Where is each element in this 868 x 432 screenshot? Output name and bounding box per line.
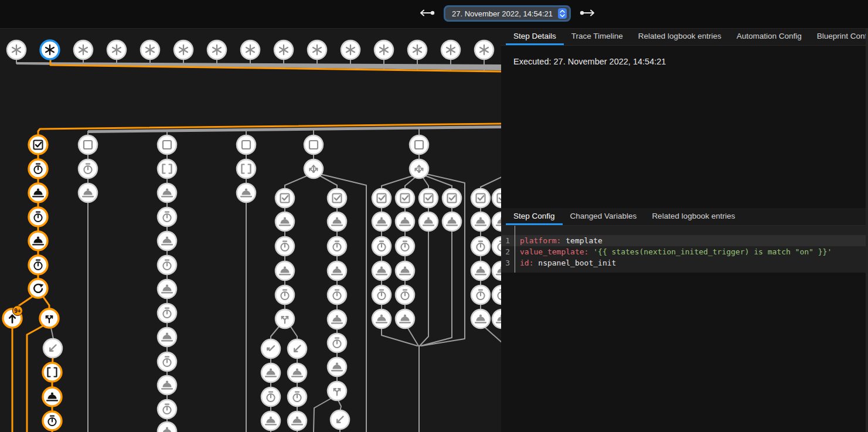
trigger-node[interactable] — [74, 40, 93, 59]
service-node[interactable] — [328, 212, 346, 231]
service-node[interactable] — [275, 212, 294, 231]
trigger-node[interactable] — [441, 40, 460, 59]
service-node[interactable] — [79, 183, 97, 202]
trigger-node[interactable] — [308, 40, 326, 59]
scrollbar-track[interactable] — [866, 28, 868, 432]
service-node[interactable] — [492, 261, 501, 280]
service-node[interactable] — [492, 212, 501, 231]
service-node[interactable] — [492, 309, 501, 328]
brackets-node[interactable] — [237, 159, 256, 178]
square-node[interactable] — [410, 135, 428, 154]
next-trace-button[interactable] — [578, 8, 597, 19]
timer-node[interactable] — [471, 285, 490, 304]
trigger-node[interactable] — [40, 40, 59, 59]
timer-node[interactable] — [29, 159, 47, 178]
trigger-node[interactable] — [408, 40, 427, 59]
tab-automation-config[interactable]: Automation Config — [729, 28, 809, 45]
previous-trace-button[interactable] — [417, 8, 436, 19]
trigger-node[interactable] — [241, 40, 260, 59]
split-node[interactable] — [328, 382, 346, 400]
service-node[interactable] — [419, 212, 438, 231]
arrow-down-left-node[interactable] — [43, 339, 62, 358]
timer-node[interactable] — [492, 237, 501, 256]
timer-node[interactable] — [43, 411, 62, 430]
trigger-node[interactable] — [141, 40, 159, 59]
service-node[interactable] — [396, 261, 414, 280]
service-node[interactable] — [158, 232, 176, 250]
check-arrow-node[interactable] — [261, 339, 280, 358]
timer-node[interactable] — [396, 237, 414, 256]
service-node[interactable] — [275, 261, 294, 280]
condition-node[interactable] — [328, 189, 346, 208]
timer-node[interactable] — [29, 256, 47, 274]
tab-step-config[interactable]: Step Config — [506, 208, 563, 225]
service-node[interactable] — [158, 422, 176, 432]
condition-node[interactable] — [275, 189, 294, 208]
service-node[interactable] — [372, 261, 391, 280]
service-node[interactable] — [328, 261, 346, 280]
timer-node[interactable] — [158, 352, 176, 371]
timer-node[interactable] — [328, 237, 346, 256]
timer-node[interactable] — [396, 285, 414, 304]
trigger-node[interactable] — [207, 40, 226, 59]
service-node[interactable] — [158, 280, 176, 298]
trigger-node[interactable] — [107, 40, 126, 59]
tab-blueprint-config[interactable]: Blueprint Config — [809, 28, 868, 45]
split-node[interactable] — [40, 309, 59, 328]
parallel-node[interactable] — [410, 159, 428, 178]
service-node[interactable] — [237, 183, 256, 202]
service-node[interactable] — [288, 363, 307, 382]
timer-node[interactable] — [471, 237, 490, 256]
condition-node[interactable] — [442, 189, 461, 208]
timer-node[interactable] — [492, 285, 501, 304]
timer-node[interactable] — [372, 237, 391, 256]
service-node[interactable] — [158, 376, 176, 394]
condition-node[interactable] — [396, 189, 414, 208]
tab-trace-timeline[interactable]: Trace Timeline — [564, 28, 631, 45]
brackets-node[interactable] — [43, 363, 62, 382]
service-node[interactable] — [471, 261, 490, 280]
overflow-count-badge[interactable]: 9+ — [13, 306, 23, 316]
timer-node[interactable] — [328, 334, 346, 352]
service-node[interactable] — [158, 328, 176, 346]
yaml-editor[interactable]: 1 platform: template 2 value_template: '… — [501, 226, 868, 273]
timer-node[interactable] — [158, 208, 176, 226]
timer-node[interactable] — [158, 256, 176, 274]
service-node[interactable] — [372, 212, 391, 231]
service-node[interactable] — [158, 183, 176, 202]
service-node[interactable] — [471, 212, 490, 231]
trigger-node[interactable] — [7, 40, 26, 59]
timer-node[interactable] — [79, 159, 97, 178]
square-node[interactable] — [158, 135, 176, 154]
condition-node[interactable] — [471, 189, 490, 208]
trigger-node[interactable] — [341, 40, 360, 59]
condition-node[interactable] — [29, 135, 47, 154]
service-node[interactable] — [261, 363, 280, 382]
condition-node[interactable] — [372, 189, 391, 208]
service-node[interactable] — [328, 310, 346, 329]
trigger-node[interactable] — [475, 40, 493, 59]
arrow-down-left-node[interactable] — [331, 410, 349, 429]
tab-related-logbook-entries[interactable]: Related logbook entries — [631, 28, 729, 45]
brackets-node[interactable] — [158, 159, 176, 178]
repeat-node[interactable] — [29, 279, 47, 298]
timer-node[interactable] — [261, 387, 280, 406]
service-node[interactable] — [396, 212, 414, 231]
split-node[interactable] — [275, 309, 294, 328]
service-node[interactable] — [43, 387, 62, 406]
timer-node[interactable] — [328, 285, 346, 304]
square-node[interactable] — [304, 135, 323, 154]
service-node[interactable] — [396, 309, 414, 328]
timer-node[interactable] — [288, 387, 307, 406]
arrow-down-left-node[interactable] — [288, 339, 307, 358]
service-node[interactable] — [471, 309, 490, 328]
condition-node[interactable] — [419, 189, 438, 208]
square-node[interactable] — [79, 135, 97, 154]
square-node[interactable] — [237, 135, 256, 154]
service-node[interactable] — [288, 411, 307, 430]
service-node[interactable] — [261, 411, 280, 430]
trigger-node[interactable] — [274, 40, 293, 59]
timer-node[interactable] — [158, 400, 176, 419]
trigger-node[interactable] — [375, 40, 393, 59]
trace-date-select[interactable]: 27. November 2022, 14:54:21 — [444, 5, 571, 22]
